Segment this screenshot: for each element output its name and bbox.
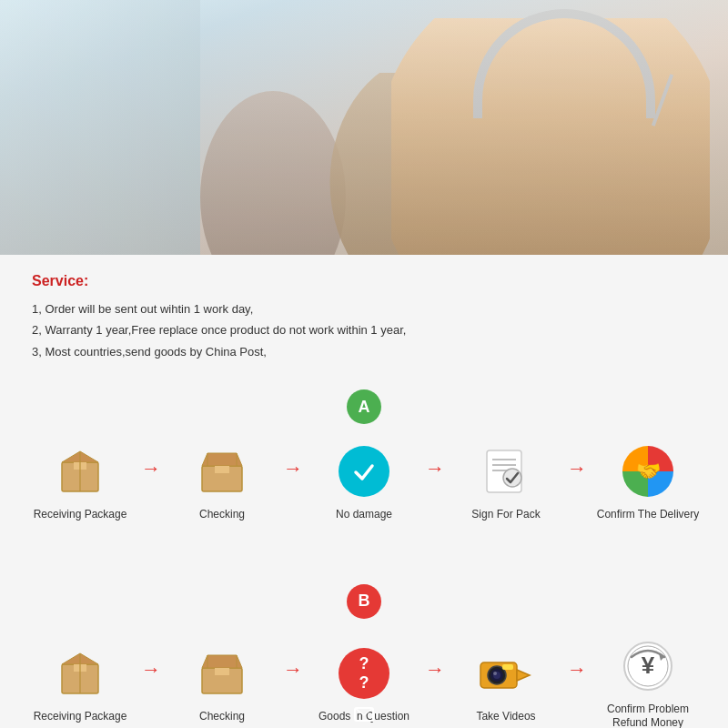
svg-point-14 — [503, 469, 521, 487]
svg-text:¥: ¥ — [642, 652, 655, 679]
service-item-2: 2, Warranty 1 year,Free replace once pro… — [32, 319, 696, 340]
flow-row-a: Receiving Package → Checking → — [9, 440, 719, 522]
checking-icon-a — [191, 440, 253, 502]
badge-a: A — [347, 389, 381, 424]
flow-label-b-4: Take Videos — [476, 710, 535, 724]
arrow-b-1: → — [141, 658, 161, 682]
section-divider — [0, 548, 728, 566]
goods-in-question-icon: ?? — [333, 642, 395, 704]
svg-point-31 — [493, 672, 497, 675]
receiving-package-icon-b — [49, 642, 111, 704]
service-section: Service: 1, Order will be sent out wihti… — [0, 255, 728, 371]
flow-label-a-1: Receiving Package — [34, 508, 127, 522]
arrow-b-4: → — [567, 658, 587, 682]
no-damage-icon — [333, 440, 395, 502]
arrow-a-3: → — [425, 457, 445, 480]
flow-step-b-1: Receiving Package — [21, 642, 139, 724]
flow-step-b-4: Take Videos — [447, 642, 565, 724]
flow-badge-a: A — [9, 389, 719, 424]
svg-rect-9 — [215, 466, 229, 473]
flow-step-a-5: 🤝 Confirm The Delivery — [589, 440, 707, 522]
confirm-problem-icon: ¥ — [617, 635, 679, 697]
sign-for-pack-icon — [475, 440, 537, 502]
arrow-b-3: → — [425, 658, 445, 682]
svg-marker-20 — [202, 655, 242, 668]
flow-label-b-2: Checking — [199, 710, 245, 724]
confirm-delivery-icon: 🤝 — [617, 440, 679, 502]
badge-b: B — [347, 584, 381, 619]
svg-marker-6 — [202, 453, 242, 466]
arrow-a-2: → — [283, 457, 303, 480]
take-videos-icon — [475, 642, 537, 704]
flow-step-a-4: Sign For Pack — [447, 440, 565, 522]
flow-step-a-2: Checking — [163, 440, 281, 522]
receiving-package-icon — [49, 440, 111, 502]
svg-line-25 — [355, 708, 364, 715]
flow-step-a-1: Receiving Package — [21, 440, 139, 522]
flow-label-a-3: No damage — [336, 508, 392, 522]
flow-row-b: Receiving Package → Checking → ?? — [9, 635, 719, 728]
flow-label-a-5: Confirm The Delivery — [597, 508, 699, 522]
svg-rect-32 — [502, 664, 513, 670]
arrow-a-4: → — [567, 457, 587, 480]
arrow-b-2: → — [283, 658, 303, 682]
flow-step-b-3: ?? Goods In Question — [305, 642, 423, 724]
svg-rect-23 — [215, 668, 229, 675]
hero-image — [0, 0, 728, 255]
flow-label-b-5: Confirm Problem Refund Money — [607, 703, 689, 728]
flow-badge-b: B — [9, 584, 719, 619]
service-title: Service: — [32, 273, 696, 289]
service-item-1: 1, Order will be sent out wihtin 1 work … — [32, 298, 696, 319]
service-item-3: 3, Most countries,send goods by China Po… — [32, 341, 696, 362]
arrow-a-1: → — [141, 457, 161, 480]
svg-marker-33 — [517, 670, 530, 681]
service-list: 1, Order will be sent out wihtin 1 work … — [32, 298, 696, 362]
flow-step-b-5: ¥ Confirm Problem Refund Money — [589, 635, 707, 728]
hero-gradient-overlay — [0, 0, 728, 255]
flow-label-a-4: Sign For Pack — [471, 508, 540, 522]
svg-line-26 — [364, 708, 373, 715]
flow-section-a: A Receiving Package → — [0, 371, 728, 548]
checking-icon-b — [191, 642, 253, 704]
flow-label-b-1: Receiving Package — [34, 710, 127, 724]
flow-step-b-2: Checking — [163, 642, 281, 724]
flow-step-a-3: No damage — [305, 440, 423, 522]
flow-label-a-2: Checking — [199, 508, 245, 522]
flow-section-b: B Receiving Package → — [0, 566, 728, 728]
